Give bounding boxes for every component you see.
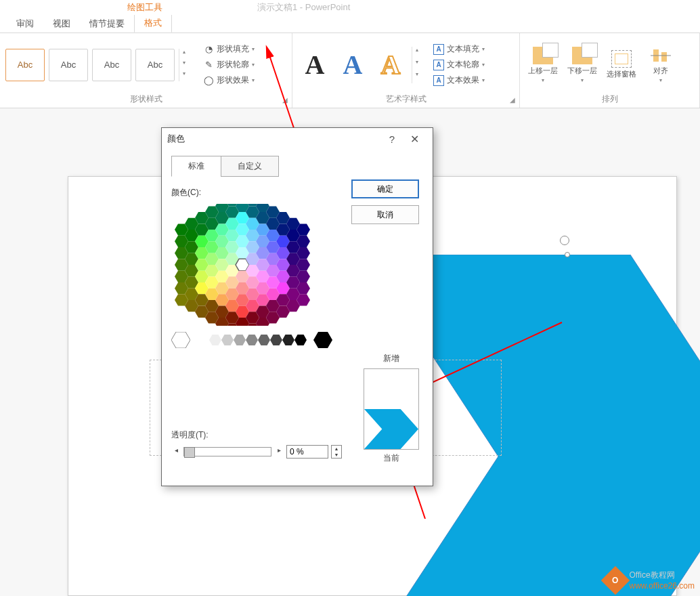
black-hex-swatch[interactable] [313,332,332,348]
arrange-group-label: 排列 [525,93,694,106]
chevron-down-icon: ▾ [482,46,485,52]
tab-format[interactable]: 格式 [134,14,172,33]
text-effects-icon: A [433,75,444,86]
preview-new-label: 新增 [364,353,419,364]
chevron-down-icon: ▾ [252,46,255,52]
shape-styles-launcher[interactable]: ◢ [280,96,290,106]
ribbon: Abc Abc Abc Abc ▴ ▾ ▾ ◔ 形状填充 ▾ ✎ 形状轮廓 ▾ [0,33,700,108]
style-scroll-up-icon[interactable]: ▴ [179,49,188,60]
chevron-down-icon: ▾ [659,77,662,83]
text-effects-button[interactable]: A 文本效果 ▾ [431,73,487,87]
shape-styles-group-label: 形状样式 [5,93,286,106]
bring-forward-label: 上移一层 [528,66,558,76]
watermark: O Office教程网 www.office26.com [605,570,695,591]
pen-icon: ✎ [203,60,214,70]
tab-standard[interactable]: 标准 [171,156,221,177]
shape-outline-button[interactable]: ✎ 形状轮廓 ▾ [200,58,257,72]
align-icon [651,47,671,64]
style-scroll-down-icon[interactable]: ▾ [179,60,188,70]
effects-icon: ◯ [203,75,214,86]
dialog-close-button[interactable]: ✕ [401,133,427,146]
align-label: 对齐 [653,66,668,76]
wordart-group-label: 艺术字样式 [298,93,514,106]
cancel-button[interactable]: 取消 [351,205,419,224]
spin-down-icon[interactable]: ▼ [332,452,341,458]
chevron-down-icon: ▾ [542,77,544,83]
preview-current-label: 当前 [364,452,419,464]
color-preview [364,368,419,450]
wordart-scroll-down-icon[interactable]: ▾ [412,59,421,71]
send-backward-icon [572,47,592,64]
tab-view[interactable]: 视图 [43,15,80,33]
gray-ramp[interactable] [197,335,307,345]
bucket-icon: ◔ [203,44,214,55]
shape-outline-label: 形状轮廓 [217,59,249,70]
style-more-icon[interactable]: ▾ [179,70,188,81]
selection-pane-label: 选择窗格 [607,69,636,79]
dialog-title: 颜色 [167,133,382,145]
ok-button[interactable]: 确定 [351,179,419,198]
selection-pane-button[interactable]: 选择窗格 [604,47,639,82]
shape-fill-label: 形状填充 [217,43,249,55]
chevron-down-icon: ▾ [482,77,485,83]
text-fill-label: 文本填充 [447,43,479,55]
text-outline-icon: A [433,60,444,70]
shape-effects-label: 形状效果 [217,74,249,86]
wordart-preset-2[interactable]: A [336,48,370,82]
white-hex-swatch[interactable] [171,332,190,348]
svg-rect-1 [661,52,667,62]
selection-pane-icon [611,50,632,68]
shape-style-preset-4[interactable]: Abc [135,49,175,81]
slider-left-icon[interactable]: ◂ [171,446,181,457]
text-outline-label: 文本轮廓 [447,59,479,70]
chevron-down-icon: ▾ [252,62,255,68]
transparency-spinner[interactable]: ▲ ▼ [331,445,342,459]
wordart-preset-3[interactable]: A [374,48,408,82]
text-effects-label: 文本效果 [447,74,479,86]
tab-review[interactable]: 审阅 [7,15,43,33]
bring-forward-icon [533,47,553,64]
chevron-down-icon: ▾ [581,77,584,83]
chevron-down-icon: ▾ [482,62,485,68]
wordart-more-icon[interactable]: ▾ [412,71,421,83]
tab-custom[interactable]: 自定义 [221,156,279,177]
watermark-line1: Office教程网 [630,570,695,581]
shape-fill-button[interactable]: ◔ 形状填充 ▾ [200,42,257,56]
bring-forward-button[interactable]: 上移一层 ▾ [525,44,561,86]
transparency-slider[interactable] [183,447,271,456]
spin-up-icon[interactable]: ▲ [332,446,341,452]
shape-style-preset-2[interactable]: Abc [49,49,88,81]
wordart-scroll-up-icon[interactable]: ▴ [412,47,421,59]
watermark-line2: www.office26.com [630,581,695,591]
align-button[interactable]: 对齐 ▾ [643,44,678,86]
send-backward-label: 下移一层 [567,66,597,76]
shape-style-preset-3[interactable]: Abc [92,49,131,81]
chevron-down-icon: ▾ [252,77,255,83]
slider-right-icon[interactable]: ▸ [274,446,284,457]
tab-storyboard[interactable]: 情节提要 [80,15,134,33]
dialog-help-button[interactable]: ? [382,133,401,145]
transparency-input[interactable] [286,445,328,459]
slider-thumb[interactable] [184,447,195,458]
text-outline-button[interactable]: A 文本轮廓 ▾ [431,58,487,72]
send-backward-button[interactable]: 下移一层 ▾ [565,44,600,86]
shape-effects-button[interactable]: ◯ 形状效果 ▾ [200,73,257,87]
resize-handle[interactable] [565,252,570,257]
ribbon-tabs: 审阅 视图 情节提要 格式 [0,15,700,33]
drawing-tools-title: 绘图工具 [127,1,162,14]
shape-style-preset-1[interactable]: Abc [5,49,45,81]
rotate-handle[interactable] [560,236,569,245]
document-title: 演示文稿1 - PowerPoint [257,1,350,14]
svg-marker-137 [364,409,418,449]
text-fill-button[interactable]: A 文本填充 ▾ [431,42,487,56]
svg-marker-136 [171,332,190,348]
wordart-preset-1[interactable]: A [298,48,332,82]
color-hex-picker[interactable] [171,204,313,328]
color-dialog: 颜色 ? ✕ 标准 自定义 确定 取消 颜色(C): [161,127,433,486]
text-fill-icon: A [433,44,444,55]
wordart-launcher[interactable]: ◢ [508,96,517,106]
watermark-badge-icon: O [600,566,629,594]
